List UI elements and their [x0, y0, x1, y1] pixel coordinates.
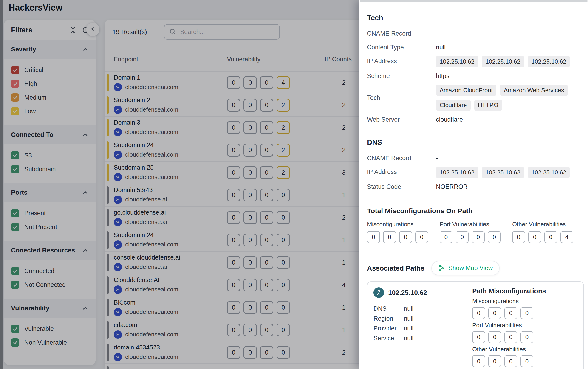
kv-label: Content Type — [367, 42, 436, 52]
path-detail-value: null — [404, 305, 413, 312]
kv-value: null — [436, 42, 446, 52]
metric-badge: 0 — [472, 355, 485, 367]
kv-label: CNAME Record — [367, 153, 436, 163]
value-chip: 102.25.10.62 — [482, 167, 524, 178]
path-card-left: 102.25.10.62DNSnullRegionnullProvidernul… — [373, 287, 472, 369]
kv-row: Web Servercloudflare — [367, 115, 588, 125]
path-ip-header: 102.25.10.62 — [373, 287, 472, 298]
ip-target-icon — [373, 287, 384, 298]
path-detail-label: Region — [373, 315, 404, 322]
dim-overlay[interactable] — [0, 0, 359, 369]
kv-label: CNAME Record — [367, 29, 436, 39]
associated-paths-title: Associated Paths — [367, 264, 424, 272]
kv-value: NOERROR — [436, 182, 468, 192]
path-detail-label: DNS — [373, 305, 404, 312]
badge-group: 0000 — [472, 331, 578, 343]
metric-badge: 0 — [544, 231, 557, 243]
value-chip: Cloudflare — [436, 100, 471, 111]
dns-rows: CNAME Record-IP Address102.25.10.62102.2… — [367, 153, 588, 192]
kv-label: Scheme — [367, 71, 436, 81]
kv-value: 102.25.10.62102.25.10.62102.25.10.62 — [436, 56, 588, 67]
associated-path-cards: 102.25.10.62DNSnullRegionnullProvidernul… — [367, 281, 588, 369]
value-chip: 102.25.10.62 — [482, 56, 524, 67]
metric-badge: 0 — [399, 231, 412, 243]
badge-group: 0000 — [472, 307, 578, 319]
path-detail-row: DNSnull — [373, 305, 472, 312]
metric-badge: 0 — [488, 231, 501, 243]
path-misconfigurations-title: Path Misconfigurations — [472, 287, 578, 295]
associated-path-card[interactable]: 102.25.10.62DNSnullRegionnullProvidernul… — [367, 281, 584, 369]
metric-badge: 0 — [456, 231, 469, 243]
kv-row: Content Typenull — [367, 42, 588, 52]
value-chip: 102.25.10.62 — [436, 56, 478, 67]
kv-row: IP Address102.25.10.62102.25.10.62102.25… — [367, 56, 588, 67]
path-misconfigurations-column: Path MisconfigurationsMisconfigurations0… — [472, 287, 578, 369]
totals-group: Port Vulnerabilities0000 — [440, 221, 501, 243]
metric-badge: 0 — [504, 355, 517, 367]
value-chip: 102.25.10.62 — [528, 167, 570, 178]
tech-section-title: Tech — [367, 14, 588, 22]
badge-group: 0004 — [512, 231, 573, 243]
kv-label: Status Code — [367, 182, 436, 192]
path-detail-value: null — [404, 325, 413, 332]
metric-badge: 0 — [504, 331, 517, 343]
path-detail-value: null — [404, 335, 413, 342]
tech-rows: CNAME Record-Content TypenullIP Address1… — [367, 29, 588, 125]
metric-badge: 0 — [520, 307, 533, 319]
show-map-view-label: Show Map View — [448, 265, 493, 272]
metric-badge: 0 — [440, 231, 452, 243]
badge-group: 0000 — [472, 355, 578, 367]
path-detail-row: Servicenull — [373, 335, 472, 342]
totals-group-label: Other Vulnerabilities — [512, 221, 573, 228]
metric-badge: 0 — [488, 331, 501, 343]
kv-value: cloudflare — [436, 115, 463, 125]
path-badge-group-label: Misconfigurations — [472, 298, 578, 305]
map-view-icon — [438, 264, 445, 272]
metric-badge: 0 — [415, 231, 428, 243]
path-detail-row: Regionnull — [373, 315, 472, 322]
kv-row: CNAME Record- — [367, 153, 588, 163]
path-badge-group: Misconfigurations0000 — [472, 298, 578, 319]
metric-badge: 0 — [367, 231, 380, 243]
metric-badge: 0 — [488, 307, 501, 319]
kv-value: - — [436, 153, 438, 163]
totals-group: Misconfigurations0000 — [367, 221, 428, 243]
metric-badge: 0 — [472, 231, 485, 243]
badge-group: 0000 — [440, 231, 501, 243]
kv-row: IP Address102.25.10.62102.25.10.62102.25… — [367, 167, 588, 178]
associated-paths-header: Associated Paths Show Map View — [367, 261, 588, 275]
metric-badge: 0 — [512, 231, 525, 243]
totals-group: Other Vulnerabilities0004 — [512, 221, 573, 243]
app-root: HackersView Filters SeverityCriticalHigh… — [0, 0, 588, 369]
totals-group-label: Misconfigurations — [367, 221, 428, 228]
metric-badge: 0 — [472, 331, 485, 343]
value-chip: Amazon Web Services — [500, 85, 568, 96]
path-badge-group-label: Other Vulnerabilities — [472, 346, 578, 353]
value-chip: Amazon CloudFront — [436, 85, 496, 96]
kv-label: IP Address — [367, 167, 436, 177]
path-detail-value: null — [404, 315, 413, 322]
metric-badge: 0 — [383, 231, 396, 243]
show-map-view-button[interactable]: Show Map View — [431, 261, 500, 275]
path-detail-label: Service — [373, 335, 404, 342]
kv-label: Web Server — [367, 115, 436, 125]
kv-row: Schemehttps — [367, 71, 588, 81]
path-detail-label: Provider — [373, 325, 404, 332]
value-chip: 102.25.10.62 — [528, 56, 570, 67]
path-ip-address: 102.25.10.62 — [388, 289, 427, 297]
metric-badge: 0 — [472, 307, 485, 319]
path-badge-group: Other Vulnerabilities0000 — [472, 346, 578, 367]
kv-row: TechAmazon CloudFrontAmazon Web Services… — [367, 85, 588, 111]
totals-title: Total Misconfigurations On Path — [367, 207, 588, 215]
totals-group-label: Port Vulnerabilities — [440, 221, 501, 228]
drawer-scrollbar[interactable] — [360, 0, 588, 2]
kv-label: IP Address — [367, 56, 436, 66]
badge-group: 0000 — [367, 231, 428, 243]
kv-value: 102.25.10.62102.25.10.62102.25.10.62 — [436, 167, 588, 178]
drawer-content: Tech CNAME Record-Content TypenullIP Add… — [359, 0, 588, 369]
value-chip: 102.25.10.62 — [436, 167, 478, 178]
path-badge-group-label: Port Vulnerabilities — [472, 322, 578, 329]
kv-label: Tech — [367, 93, 436, 103]
totals-groups: Misconfigurations0000Port Vulnerabilitie… — [367, 221, 588, 243]
kv-value: - — [436, 29, 438, 39]
